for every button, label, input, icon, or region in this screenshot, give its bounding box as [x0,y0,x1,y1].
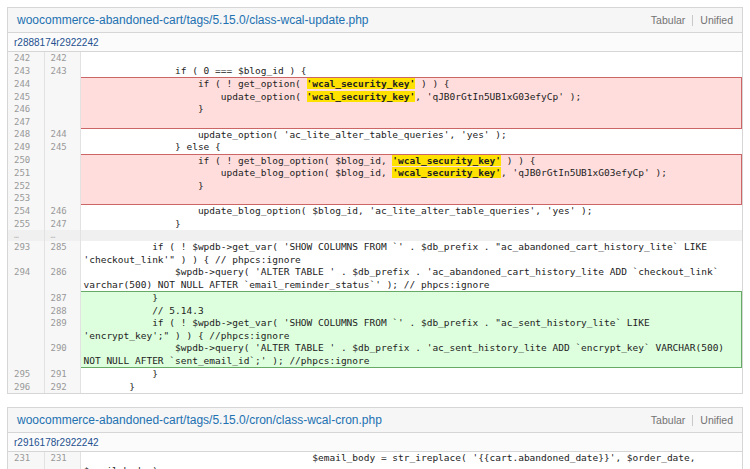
new-line-number: 289 [44,317,80,342]
changed-text: 'wcal_security_key' [392,155,501,166]
diff-panel-class-wcal-cron: woocommerce-abandoned-cart/tags/5.15.0/c… [7,407,743,469]
diff-panel-class-wcal-update: woocommerce-abandoned-cart/tags/5.15.0/c… [7,7,743,394]
diff-row: 252 } [8,180,742,193]
old-line-number: 295 [8,368,44,381]
new-line-number: 292 [44,381,80,394]
old-line-number [8,317,44,342]
code-cell: } [80,368,742,381]
code-cell: $wpdb->query( 'ALTER TABLE ' . $db_prefi… [80,266,742,292]
old-line-number: 243 [8,65,44,78]
changed-text: 'wcal_security_key' [307,78,416,89]
revision-link-old[interactable]: r2888174 [14,37,56,48]
code-cell: } [80,103,742,116]
old-line-number: 253 [8,192,44,205]
old-line-number: 293 [8,241,44,266]
code-cell [80,116,742,129]
diff-table: 242242243243 if ( 0 === $blog_id ) {244 … [8,52,742,393]
diff-row: 255247 } [8,218,742,231]
old-line-number: 244 [8,78,44,91]
new-line-number: 287 [44,292,80,305]
new-line-number: 288 [44,305,80,318]
diff-row: 248244 update_option( 'ac_lite_alter_tab… [8,128,742,141]
new-line-number: 243 [44,65,80,78]
diff-row: 251 update_blog_option( $blog_id, 'wcal_… [8,167,742,180]
new-line-number: 290 [44,342,80,368]
diff-row: 253 [8,192,742,205]
new-line-number: 285 [44,241,80,266]
new-line-number [44,78,80,91]
diff-row: 294286 $wpdb->query( 'ALTER TABLE ' . $d… [8,266,742,292]
diff-table: 231231 $email_body = str_ireplace( '{{ca… [8,452,742,469]
old-line-number: 251 [8,167,44,180]
code-cell: update_option( 'ac_lite_alter_table_quer… [80,128,742,141]
diff-row: 242242 [8,52,742,65]
view-mode-unified[interactable]: Unified [700,14,733,26]
code-cell: } else { [80,141,742,154]
revision-link-old[interactable]: r2916178 [14,437,56,448]
diff-row: 250 if ( ! get_blog_option( $blog_id, 'w… [8,154,742,167]
diff-row: 290 $wpdb->query( 'ALTER TABLE ' . $db_p… [8,342,742,368]
code-cell [80,230,742,241]
view-mode-unified[interactable]: Unified [700,414,733,426]
old-line-number [8,305,44,318]
code-cell: if ( ! get_blog_option( $blog_id, 'wcal_… [80,154,742,167]
code-cell: if ( ! get_option( 'wcal_security_key' )… [80,78,742,91]
revision-link-new[interactable]: r2922242 [56,37,98,48]
old-line-number [8,292,44,305]
revision-link-new[interactable]: r2922242 [56,437,98,448]
file-path-link[interactable]: woocommerce-abandoned-cart/tags/5.15.0/c… [17,413,382,427]
old-line-number: 247 [8,116,44,129]
code-cell: // 5.14.3 [80,305,742,318]
old-line-number: 296 [8,381,44,394]
old-line-number: 246 [8,103,44,116]
new-line-number [44,116,80,129]
old-line-number: … [8,230,44,241]
old-line-number: 255 [8,218,44,231]
new-line-number: 286 [44,266,80,292]
old-line-number: 294 [8,266,44,292]
new-line-number [44,103,80,116]
diff-row: …… [8,230,742,241]
new-line-number: 291 [44,368,80,381]
diff-row: 249245 } else { [8,141,742,154]
diff-row: 293285 if ( ! $wpdb->get_var( 'SHOW COLU… [8,241,742,266]
diff-row: 295291 } [8,368,742,381]
new-line-number: 244 [44,128,80,141]
old-line-number: 254 [8,205,44,218]
new-line-number: 247 [44,218,80,231]
new-line-number: 231 [44,452,80,469]
view-mode-tabular[interactable]: Tabular [651,14,685,26]
code-cell: $wpdb->query( 'ALTER TABLE ' . $db_prefi… [80,342,742,368]
diff-row: 254246 update_blog_option( $blog_id, 'ac… [8,205,742,218]
code-cell: } [80,381,742,394]
code-cell [80,52,742,65]
code-cell: if ( ! $wpdb->get_var( 'SHOW COLUMNS FRO… [80,317,742,342]
old-line-number: 252 [8,180,44,193]
new-line-number [44,91,80,104]
file-path-link[interactable]: woocommerce-abandoned-cart/tags/5.15.0/c… [17,13,369,27]
code-cell [80,192,742,205]
old-line-number: 248 [8,128,44,141]
view-mode-divider [692,415,693,426]
diff-row: 288 // 5.14.3 [8,305,742,318]
diff-row: 287 } [8,292,742,305]
diff-row: 245 update_option( 'wcal_security_key', … [8,91,742,104]
code-cell: } [80,180,742,193]
old-line-number: 242 [8,52,44,65]
diff-row: 246 } [8,103,742,116]
old-line-number [8,342,44,368]
revision-header-row: r2888174r2922242 [8,33,742,52]
code-cell: $email_body = str_ireplace( '{{cart.aban… [80,452,742,469]
new-line-number: … [44,230,80,241]
diff-panel-header: woocommerce-abandoned-cart/tags/5.15.0/c… [8,408,742,433]
diff-row: 247 [8,116,742,129]
code-cell: if ( ! $wpdb->get_var( 'SHOW COLUMNS FRO… [80,241,742,266]
view-mode-divider [692,15,693,26]
code-cell: } [80,218,742,231]
view-mode-tabular[interactable]: Tabular [651,414,685,426]
old-line-number: 231 [8,452,44,469]
diff-row: 231231 $email_body = str_ireplace( '{{ca… [8,452,742,469]
diff-row: 289 if ( ! $wpdb->get_var( 'SHOW COLUMNS… [8,317,742,342]
old-line-number: 249 [8,141,44,154]
new-line-number [44,154,80,167]
